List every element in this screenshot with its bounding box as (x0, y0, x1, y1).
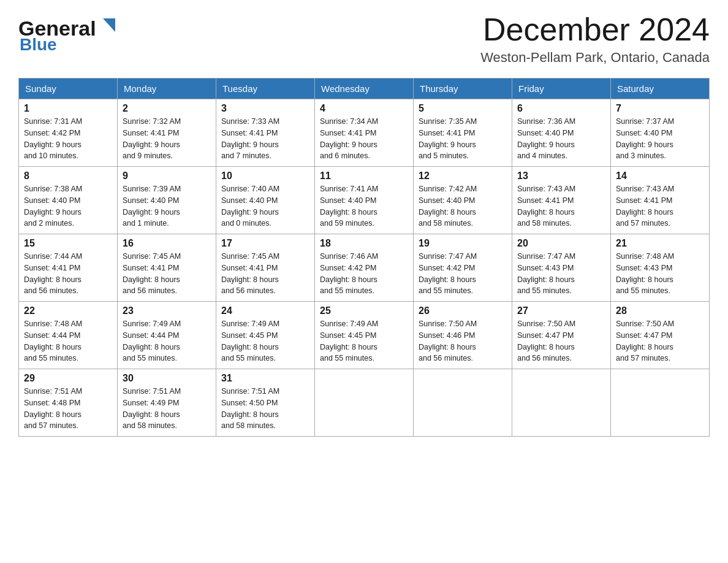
calendar-cell: 26Sunrise: 7:50 AMSunset: 4:46 PMDayligh… (414, 302, 512, 369)
day-number: 16 (123, 238, 211, 249)
day-info: Sunrise: 7:48 AMSunset: 4:43 PMDaylight:… (616, 251, 704, 297)
day-info: Sunrise: 7:47 AMSunset: 4:43 PMDaylight:… (517, 251, 605, 297)
day-info: Sunrise: 7:44 AMSunset: 4:41 PMDaylight:… (24, 251, 112, 297)
day-info: Sunrise: 7:50 AMSunset: 4:47 PMDaylight:… (517, 318, 605, 364)
day-info: Sunrise: 7:39 AMSunset: 4:40 PMDaylight:… (123, 183, 211, 229)
day-number: 27 (517, 305, 605, 316)
day-info: Sunrise: 7:49 AMSunset: 4:45 PMDaylight:… (221, 318, 309, 364)
day-info: Sunrise: 7:38 AMSunset: 4:40 PMDaylight:… (24, 183, 112, 229)
calendar-cell: 15Sunrise: 7:44 AMSunset: 4:41 PMDayligh… (19, 234, 118, 302)
day-number: 12 (419, 170, 507, 182)
day-number: 14 (616, 170, 704, 182)
day-number: 3 (221, 103, 309, 114)
day-number: 2 (123, 103, 211, 114)
calendar-cell: 1Sunrise: 7:31 AMSunset: 4:42 PMDaylight… (19, 99, 118, 167)
day-info: Sunrise: 7:34 AMSunset: 4:41 PMDaylight:… (320, 116, 408, 162)
calendar-cell: 29Sunrise: 7:51 AMSunset: 4:48 PMDayligh… (19, 369, 118, 437)
calendar-cell: 16Sunrise: 7:45 AMSunset: 4:41 PMDayligh… (118, 234, 216, 302)
day-info: Sunrise: 7:49 AMSunset: 4:44 PMDaylight:… (123, 318, 211, 364)
day-number: 22 (24, 305, 112, 316)
weekday-header-thursday: Thursday (414, 79, 512, 99)
day-info: Sunrise: 7:46 AMSunset: 4:42 PMDaylight:… (320, 251, 408, 297)
day-info: Sunrise: 7:43 AMSunset: 4:41 PMDaylight:… (517, 183, 605, 229)
weekday-header-row: SundayMondayTuesdayWednesdayThursdayFrid… (19, 79, 710, 99)
day-number: 11 (320, 170, 408, 182)
day-info: Sunrise: 7:45 AMSunset: 4:41 PMDaylight:… (123, 251, 211, 297)
weekday-header-wednesday: Wednesday (315, 79, 414, 99)
day-info: Sunrise: 7:41 AMSunset: 4:40 PMDaylight:… (320, 183, 408, 229)
calendar-cell: 19Sunrise: 7:47 AMSunset: 4:42 PMDayligh… (414, 234, 512, 302)
day-number: 25 (320, 305, 408, 316)
weekday-header-sunday: Sunday (19, 79, 118, 99)
day-info: Sunrise: 7:33 AMSunset: 4:41 PMDaylight:… (221, 116, 309, 162)
day-number: 20 (517, 238, 605, 249)
day-number: 7 (616, 103, 704, 114)
calendar-week-row: 8Sunrise: 7:38 AMSunset: 4:40 PMDaylight… (19, 167, 710, 234)
title-section: December 2024 Weston-Pellam Park, Ontari… (480, 12, 710, 66)
calendar-cell: 25Sunrise: 7:49 AMSunset: 4:45 PMDayligh… (315, 302, 414, 369)
calendar-cell: 18Sunrise: 7:46 AMSunset: 4:42 PMDayligh… (315, 234, 414, 302)
day-info: Sunrise: 7:51 AMSunset: 4:48 PMDaylight:… (24, 386, 112, 432)
calendar-cell: 17Sunrise: 7:45 AMSunset: 4:41 PMDayligh… (216, 234, 315, 302)
svg-text:Blue: Blue (20, 35, 57, 52)
calendar-cell: 22Sunrise: 7:48 AMSunset: 4:44 PMDayligh… (19, 302, 118, 369)
day-number: 26 (419, 305, 507, 316)
day-info: Sunrise: 7:43 AMSunset: 4:41 PMDaylight:… (616, 183, 704, 229)
day-info: Sunrise: 7:42 AMSunset: 4:40 PMDaylight:… (419, 183, 507, 229)
day-number: 1 (24, 103, 112, 114)
calendar-table: SundayMondayTuesdayWednesdayThursdayFrid… (18, 78, 710, 437)
day-number: 10 (221, 170, 309, 182)
calendar-cell: 8Sunrise: 7:38 AMSunset: 4:40 PMDaylight… (19, 167, 118, 234)
day-number: 21 (616, 238, 704, 249)
calendar-cell: 12Sunrise: 7:42 AMSunset: 4:40 PMDayligh… (414, 167, 512, 234)
calendar-week-row: 1Sunrise: 7:31 AMSunset: 4:42 PMDaylight… (19, 99, 710, 167)
day-info: Sunrise: 7:36 AMSunset: 4:40 PMDaylight:… (517, 116, 605, 162)
calendar-cell: 7Sunrise: 7:37 AMSunset: 4:40 PMDaylight… (611, 99, 710, 167)
day-number: 13 (517, 170, 605, 182)
day-info: Sunrise: 7:50 AMSunset: 4:46 PMDaylight:… (419, 318, 507, 364)
day-info: Sunrise: 7:40 AMSunset: 4:40 PMDaylight:… (221, 183, 309, 229)
page-header: General Blue December 2024 Weston-Pellam… (18, 12, 710, 66)
calendar-week-row: 15Sunrise: 7:44 AMSunset: 4:41 PMDayligh… (19, 234, 710, 302)
calendar-cell: 4Sunrise: 7:34 AMSunset: 4:41 PMDaylight… (315, 99, 414, 167)
day-number: 23 (123, 305, 211, 316)
day-info: Sunrise: 7:31 AMSunset: 4:42 PMDaylight:… (24, 116, 112, 162)
day-number: 17 (221, 238, 309, 249)
day-number: 8 (24, 170, 112, 182)
day-info: Sunrise: 7:48 AMSunset: 4:44 PMDaylight:… (24, 318, 112, 364)
day-number: 24 (221, 305, 309, 316)
calendar-cell: 10Sunrise: 7:40 AMSunset: 4:40 PMDayligh… (216, 167, 315, 234)
calendar-cell: 13Sunrise: 7:43 AMSunset: 4:41 PMDayligh… (512, 167, 611, 234)
day-number: 9 (123, 170, 211, 182)
weekday-header-monday: Monday (118, 79, 216, 99)
calendar-cell (414, 369, 512, 437)
location-title: Weston-Pellam Park, Ontario, Canada (480, 50, 710, 66)
calendar-cell: 28Sunrise: 7:50 AMSunset: 4:47 PMDayligh… (611, 302, 710, 369)
calendar-cell: 2Sunrise: 7:32 AMSunset: 4:41 PMDaylight… (118, 99, 216, 167)
day-number: 15 (24, 238, 112, 249)
day-info: Sunrise: 7:51 AMSunset: 4:50 PMDaylight:… (221, 386, 309, 432)
month-title: December 2024 (480, 12, 710, 47)
weekday-header-tuesday: Tuesday (216, 79, 315, 99)
calendar-cell: 20Sunrise: 7:47 AMSunset: 4:43 PMDayligh… (512, 234, 611, 302)
calendar-cell: 31Sunrise: 7:51 AMSunset: 4:50 PMDayligh… (216, 369, 315, 437)
calendar-cell (315, 369, 414, 437)
logo-svg: General Blue (18, 12, 116, 52)
calendar-cell: 23Sunrise: 7:49 AMSunset: 4:44 PMDayligh… (118, 302, 216, 369)
day-info: Sunrise: 7:51 AMSunset: 4:49 PMDaylight:… (123, 386, 211, 432)
day-number: 28 (616, 305, 704, 316)
calendar-cell: 11Sunrise: 7:41 AMSunset: 4:40 PMDayligh… (315, 167, 414, 234)
calendar-cell (611, 369, 710, 437)
calendar-cell: 6Sunrise: 7:36 AMSunset: 4:40 PMDaylight… (512, 99, 611, 167)
calendar-cell: 27Sunrise: 7:50 AMSunset: 4:47 PMDayligh… (512, 302, 611, 369)
calendar-cell: 14Sunrise: 7:43 AMSunset: 4:41 PMDayligh… (611, 167, 710, 234)
day-info: Sunrise: 7:47 AMSunset: 4:42 PMDaylight:… (419, 251, 507, 297)
day-info: Sunrise: 7:32 AMSunset: 4:41 PMDaylight:… (123, 116, 211, 162)
day-number: 29 (24, 373, 112, 384)
day-number: 5 (419, 103, 507, 114)
day-number: 30 (123, 373, 211, 384)
day-info: Sunrise: 7:50 AMSunset: 4:47 PMDaylight:… (616, 318, 704, 364)
calendar-cell: 24Sunrise: 7:49 AMSunset: 4:45 PMDayligh… (216, 302, 315, 369)
day-info: Sunrise: 7:35 AMSunset: 4:41 PMDaylight:… (419, 116, 507, 162)
calendar-week-row: 29Sunrise: 7:51 AMSunset: 4:48 PMDayligh… (19, 369, 710, 437)
